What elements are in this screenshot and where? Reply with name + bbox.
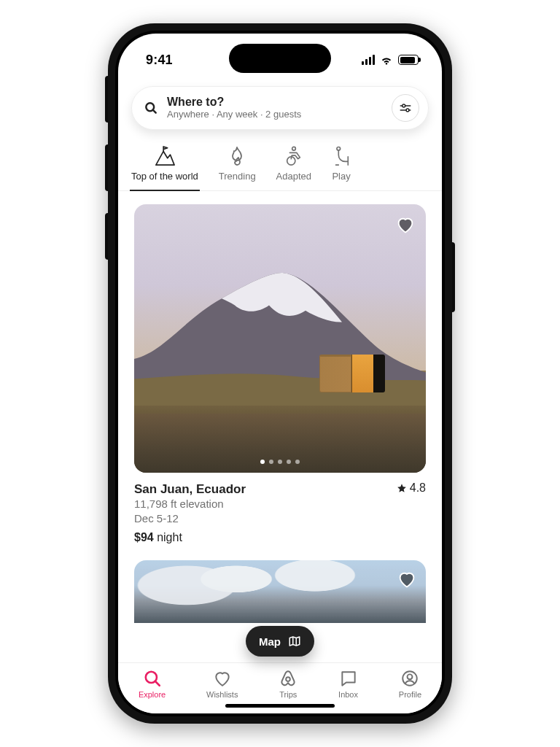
tab-label: Wishlists: [206, 690, 238, 699]
heart-icon: [395, 214, 416, 235]
listing-card[interactable]: [134, 560, 426, 623]
device-frame: 9:41 Where to? Anywhere: [108, 23, 452, 724]
slide-icon: [332, 146, 351, 166]
search-icon: [143, 669, 162, 688]
category-label: Adapted: [276, 171, 311, 182]
category-adapted[interactable]: Adapted: [266, 142, 322, 190]
flame-icon: [228, 146, 246, 166]
battery-icon: [398, 55, 419, 65]
map-icon: [288, 635, 301, 648]
favorite-button[interactable]: [395, 568, 419, 591]
listing-rating: 4.8: [397, 481, 426, 495]
svg-point-5: [406, 109, 409, 112]
listing-dates: Dec 5-12: [134, 511, 426, 526]
category-label: Play: [332, 171, 350, 182]
listing-card[interactable]: San Juan, Ecuador 4.8 11,798 ft elevatio…: [134, 204, 426, 544]
svg-point-3: [402, 104, 405, 107]
status-time: 9:41: [146, 53, 173, 68]
tab-wishlists[interactable]: Wishlists: [206, 669, 238, 699]
screen: 9:41 Where to? Anywhere: [118, 34, 442, 713]
sliders-icon: [399, 101, 412, 115]
airbnb-logo-icon: [279, 669, 298, 688]
favorite-button[interactable]: [394, 213, 417, 236]
listing-location: San Juan, Ecuador: [134, 482, 246, 497]
category-label: Top of the world: [131, 171, 198, 182]
search-icon: [144, 101, 158, 115]
listing-elevation: 11,798 ft elevation: [134, 497, 426, 511]
photo-pagination[interactable]: [260, 460, 300, 464]
peak-flag-icon: [154, 146, 176, 166]
star-icon: [397, 483, 407, 493]
svg-point-8: [337, 147, 341, 150]
filters-button[interactable]: [392, 94, 419, 122]
map-button[interactable]: Map: [246, 626, 314, 657]
category-trending[interactable]: Trending: [209, 142, 266, 190]
search-subtitle: Anywhere · Any week · 2 guests: [167, 109, 383, 120]
home-indicator[interactable]: [225, 704, 335, 708]
category-top-of-the-world[interactable]: Top of the world: [121, 142, 209, 190]
svg-line-10: [155, 681, 159, 686]
chat-icon: [339, 669, 358, 688]
tab-label: Profile: [399, 690, 421, 699]
svg-line-1: [153, 110, 156, 113]
category-tabs: Top of the world Trending Adapted P: [118, 136, 442, 191]
tab-explore[interactable]: Explore: [139, 669, 166, 699]
tab-label: Inbox: [338, 690, 358, 699]
tab-profile[interactable]: Profile: [399, 669, 421, 699]
svg-point-13: [408, 674, 413, 679]
tab-trips[interactable]: Trips: [279, 669, 298, 699]
cellular-signal-icon: [362, 55, 375, 65]
search-title: Where to?: [167, 96, 383, 109]
listing-photo[interactable]: [134, 560, 426, 623]
heart-icon: [397, 569, 417, 589]
search-bar[interactable]: Where to? Anywhere · Any week · 2 guests: [131, 86, 429, 130]
cabin-illustration: [319, 355, 385, 392]
wifi-icon: [379, 55, 394, 65]
category-play[interactable]: Play: [322, 142, 361, 190]
listing-price: $94 night: [134, 531, 426, 544]
user-icon: [400, 669, 419, 688]
tab-label: Explore: [139, 690, 166, 699]
svg-point-11: [286, 677, 290, 681]
heart-outline-icon: [213, 669, 232, 688]
tab-inbox[interactable]: Inbox: [338, 669, 358, 699]
accessibility-icon: [284, 146, 304, 166]
svg-point-6: [292, 147, 295, 150]
map-button-label: Map: [259, 635, 281, 648]
category-label: Trending: [219, 171, 256, 182]
listing-photo[interactable]: [134, 204, 426, 473]
tab-label: Trips: [279, 690, 297, 699]
dynamic-island: [229, 44, 331, 73]
